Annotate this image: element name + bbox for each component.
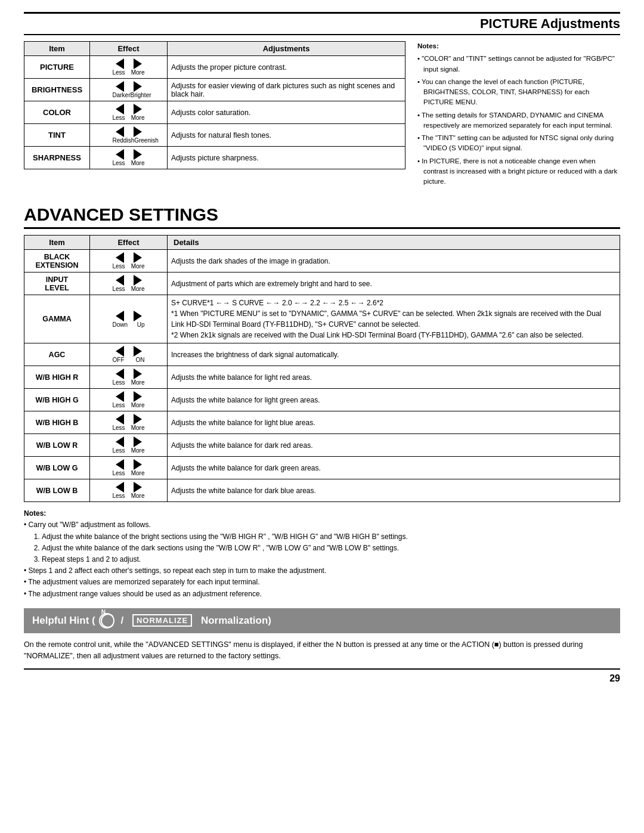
right-label-3: Greenish: [134, 137, 159, 144]
adv-right-label-8: More: [131, 470, 145, 476]
picture-section: Item Effect Adjustments PICTURE Less Mor…: [24, 41, 620, 189]
arrow-left-2: [116, 104, 124, 114]
adv-effect-9: Less More: [90, 479, 168, 502]
adv-arrows-9: Less More: [94, 482, 163, 499]
arrow-left-1: [116, 81, 124, 92]
picture-row-4: SHARPNESS Less More Adjusts picture shar…: [24, 147, 405, 169]
adv-item-7: W/B LOW R: [24, 434, 90, 457]
adv-left-label-7: Less: [113, 447, 125, 454]
arrows-row-4: [116, 149, 142, 160]
adv-item-6: W/B HIGH B: [24, 411, 90, 434]
adv-arrows-7: Less More: [94, 436, 163, 454]
adv-label-row-4: Less More: [113, 379, 145, 386]
left-label-0: Less: [113, 69, 125, 76]
adv-arrow-left-6: [116, 414, 124, 425]
adv-step-2: Repeat steps 1 and 2 to adjust.: [42, 554, 620, 565]
adv-effect-8: Less More: [90, 457, 168, 479]
adv-arrow-left-3: [116, 346, 124, 357]
adv-arrows-row-4: [116, 368, 142, 379]
adv-left-label-4: Less: [113, 379, 125, 386]
adv-desc-1: Adjustment of parts which are extremely …: [168, 272, 620, 295]
adv-arrow-right-4: [134, 368, 142, 379]
adv-desc-3: Increases the brightness of dark signal …: [168, 343, 620, 366]
picture-item-3: TINT: [24, 124, 90, 147]
adv-arrows-row-7: [116, 436, 142, 447]
adv-arrows-3: OFF ON: [94, 346, 163, 363]
picture-note-0: "COLOR" and "TINT" settings cannot be ad…: [417, 54, 620, 75]
arrows-3: Reddish Greenish: [94, 126, 163, 144]
adv-item-2: GAMMA: [24, 295, 90, 343]
adv-bullet-2: The adjustment range values should be us…: [24, 589, 620, 600]
arrows-4: Less More: [94, 149, 163, 166]
picture-effect-1: Darker Brighter: [90, 79, 168, 101]
arrows-1: Darker Brighter: [94, 81, 163, 98]
adv-desc-6: Adjusts the white balance for light blue…: [168, 411, 620, 434]
arrow-right-3: [134, 126, 142, 137]
adv-label-row-3: OFF ON: [113, 357, 145, 363]
picture-header-effect: Effect: [90, 42, 168, 56]
adv-arrows-8: Less More: [94, 459, 163, 476]
svg-point-0: [101, 614, 113, 627]
adv-label-row-7: Less More: [113, 447, 145, 454]
adv-row-4: W/B HIGH R Less More Adjusts the white b…: [24, 366, 620, 389]
adv-arrows-row-6: [116, 414, 142, 425]
adv-desc-4: Adjusts the white balance for light red …: [168, 366, 620, 389]
n-superscript: N: [101, 609, 106, 615]
adv-label-row-8: Less More: [113, 470, 145, 476]
label-row-2: Less More: [113, 114, 145, 121]
picture-effect-2: Less More: [90, 101, 168, 124]
adv-arrow-right-5: [134, 391, 142, 402]
adv-label-row-9: Less More: [113, 493, 145, 499]
arrow-right-1: [134, 81, 142, 92]
adv-arrow-right-9: [134, 482, 142, 493]
adv-right-label-3: ON: [136, 357, 145, 363]
adv-left-label-5: Less: [113, 402, 125, 408]
adv-item-5: W/B HIGH G: [24, 389, 90, 411]
adv-left-label-9: Less: [113, 493, 125, 499]
adv-left-label-0: Less: [113, 263, 125, 270]
adv-label-row-6: Less More: [113, 425, 145, 431]
adv-arrows-6: Less More: [94, 414, 163, 431]
arrows-row-3: [116, 126, 142, 137]
picture-note-2: The setting details for STANDARD, DYNAMI…: [417, 110, 620, 131]
adv-left-label-8: Less: [113, 470, 125, 476]
adv-bullet-1: The adjustment values are memorized sepa…: [24, 577, 620, 588]
adv-arrow-left-9: [116, 482, 124, 493]
picture-effect-3: Reddish Greenish: [90, 124, 168, 147]
adv-step-1: Adjust the white balance of the dark sec…: [42, 543, 620, 554]
adv-arrows-row-5: [116, 391, 142, 402]
page-number: 29: [24, 668, 620, 684]
helpful-hint-normalize-label: Normalization): [198, 615, 271, 627]
adv-arrow-right-7: [134, 436, 142, 447]
right-label-1: Brighter: [131, 92, 151, 98]
adv-arrow-right-6: [134, 414, 142, 425]
label-row-1: Darker Brighter: [113, 92, 145, 98]
adv-item-3: AGC: [24, 343, 90, 366]
label-row-4: Less More: [113, 160, 145, 166]
picture-effect-4: Less More: [90, 147, 168, 169]
picture-title: PICTURE Adjustments: [24, 12, 620, 35]
picture-table: Item Effect Adjustments PICTURE Less Mor…: [24, 41, 405, 169]
picture-item-2: COLOR: [24, 101, 90, 124]
adv-arrow-left-1: [116, 275, 124, 286]
adv-arrow-left-8: [116, 459, 124, 470]
picture-note-4: In PICTURE, there is not a noticeable ch…: [417, 156, 620, 187]
picture-row-1: BRIGHTNESS Darker Brighter Adjusts for e…: [24, 79, 405, 101]
adv-arrow-left-4: [116, 368, 124, 379]
adv-arrows-row-0: [116, 252, 142, 263]
adv-item-9: W/B LOW B: [24, 479, 90, 502]
adv-left-label-6: Less: [113, 425, 125, 431]
adv-effect-7: Less More: [90, 434, 168, 457]
adv-right-label-9: More: [131, 493, 145, 499]
adv-desc-8: Adjusts the white balance for dark green…: [168, 457, 620, 479]
picture-item-0: PICTURE: [24, 56, 90, 79]
adv-effect-3: OFF ON: [90, 343, 168, 366]
advanced-table: Item Effect Details BLACK EXTENSION Less…: [24, 235, 620, 502]
helpful-hint-body: On the remote control unit, while the "A…: [24, 639, 620, 662]
adv-row-6: W/B HIGH B Less More Adjusts the white b…: [24, 411, 620, 434]
helpful-hint-header: Helpful Hint ( N / NORMALIZE Normalizati…: [24, 608, 620, 633]
adv-item-0: BLACK EXTENSION: [24, 250, 90, 272]
adv-desc-9: Adjusts the white balance for dark blue …: [168, 479, 620, 502]
label-row-0: Less More: [113, 69, 145, 76]
adv-arrows-row-9: [116, 482, 142, 493]
